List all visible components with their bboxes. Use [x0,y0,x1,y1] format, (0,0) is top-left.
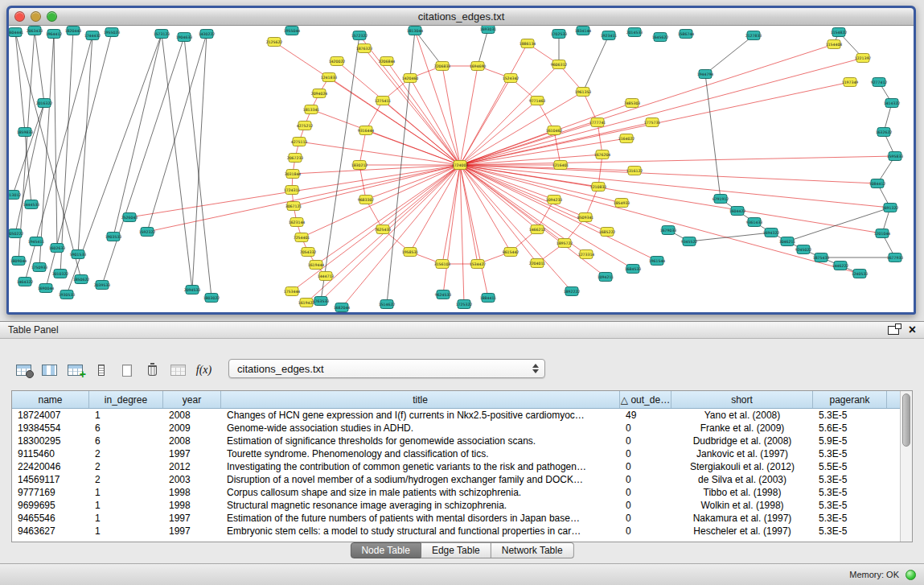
select-columns-button[interactable] [39,359,60,381]
import-table-button[interactable] [167,359,189,381]
graph-node-label: 1884411 [480,296,497,300]
graph-edge [15,32,25,132]
graph-edge [321,165,460,301]
graph-node-label: 1850622 [73,278,90,282]
table-row[interactable]: 1830029562008Estimation of significance … [12,435,900,447]
graph-node-label: 1592322 [139,230,156,234]
table-row[interactable]: 969969511998Structural magnetic resonanc… [12,499,900,512]
graph-node-label: 2014533 [626,31,643,35]
table-cell: 9115460 [12,447,89,460]
tab-node-table[interactable]: Node Table [350,542,421,558]
table-row[interactable]: 1938455462009Genome-wide association stu… [12,422,900,435]
table-cell: 5.3E-5 [813,486,887,499]
table-cell: 5.3E-5 [813,447,887,460]
function-builder-button[interactable]: f(x) [193,359,215,381]
graph-edge [787,208,890,241]
float-panel-button[interactable] [888,326,899,335]
table-cell: 1997 [163,447,221,460]
table-row[interactable]: 911546021997Tourette syndrome. Phenomeno… [12,447,900,460]
table-row[interactable]: 1872400712008Changes of HCN gene express… [12,409,900,422]
delete-table-button[interactable] [142,359,163,381]
graph-node-label: 1813341 [303,108,320,112]
column-header-out_degree[interactable]: △ out_de… [620,391,671,408]
column-header-pagerank[interactable]: pagerank [813,391,887,408]
graph-edge [460,156,895,165]
attribute-table: namein_degreeyeartitle△ out_de…shortpage… [11,390,913,542]
table-selector-value: citations_edges.txt [237,363,324,375]
graph-node-label: 1216401 [552,163,569,167]
table-cell: 0 [620,525,671,538]
table-scrollbar[interactable] [900,391,912,542]
graph-edge [274,42,460,165]
window-titlebar[interactable]: citations_edges.txt [9,8,914,26]
graph-edge [460,165,877,183]
graph-node-label: 1241833 [321,76,338,80]
graph-node-label: 2094024 [311,92,328,96]
graph-node-label: 1201044 [874,232,891,236]
tab-network-table[interactable]: Network Table [491,542,574,558]
column-header-title[interactable]: title [221,391,620,408]
table-cell: Estimation of significance thresholds fo… [221,435,620,447]
graph-node-label: 1886134 [519,42,536,46]
column-header-short[interactable]: short [671,391,813,408]
graph-node-label: 1691322 [882,206,899,210]
status-bar: Memory: OK [0,563,924,585]
table-settings-button[interactable] [13,359,35,381]
tab-edge-table[interactable]: Edge Table [421,542,491,558]
table-cell: Tourette syndrome. Phenomenology and cla… [221,447,620,460]
window-title: citations_edges.txt [418,10,505,23]
table-row[interactable]: 946362711997Embryonic stem cells: a mode… [12,525,900,538]
table-cell: 1 [89,512,163,525]
graph-node-label: 9345522 [681,240,698,244]
graph-node-label: 1602633 [49,246,66,250]
zoom-button[interactable] [47,11,57,22]
table-row[interactable]: 977716911998Corpus callosum shape and si… [12,486,900,499]
table-cell: 2012 [163,460,221,473]
create-column-button[interactable] [64,359,86,381]
minimize-button[interactable] [31,11,41,22]
graph-node-label: 1619444 [308,263,325,267]
graph-node-label: 1763533 [313,299,330,303]
column-header-name[interactable]: name [12,391,89,408]
graph-node-label: 1813012 [9,193,21,197]
table-cell: 9463627 [12,525,89,538]
graph-node-label: 9624533 [435,293,452,297]
column-header-in_degree[interactable]: in_degree [89,391,163,408]
table-row[interactable]: 2242004622012Investigating the contribut… [12,460,900,473]
table-cell: Dudbridge et al. (2008) [671,435,813,447]
close-button[interactable] [14,11,25,22]
table-selector-dropdown[interactable]: citations_edges.txt [228,359,545,378]
graph-node-label: 1694690 [470,64,487,68]
graph-node-label: 9771463 [529,99,546,103]
table-row[interactable]: 1456911722003Disruption of a novel membe… [12,473,900,486]
close-panel-button[interactable]: × [909,323,916,336]
table-cell: 22420046 [12,460,89,473]
graph-node-label: 1240533 [852,272,869,276]
table-cell: 2009 [163,422,221,435]
scrollbar-thumb[interactable] [902,393,910,447]
graph-node-label: 1677933 [887,256,904,260]
table-row[interactable]: 946554611997Estimation of the future num… [12,512,900,525]
table-body: 1872400712008Changes of HCN gene express… [12,409,900,538]
table-settings-icon [16,365,31,376]
create-column-icon [68,365,83,376]
table-cell: 0 [620,473,671,486]
graph-node-label: 1524342 [503,76,519,80]
graph-node-label: 1724311 [284,188,301,192]
graph-edge [337,61,460,165]
table-cell: Franke et al. (2009) [671,422,813,435]
table-cell: Corpus callosum shape and size in male p… [221,486,620,499]
graph-edge [15,103,44,233]
column-header-year[interactable]: year [163,391,221,408]
table-cell: 9465546 [12,512,89,525]
graph-edge [460,165,572,291]
new-table-button[interactable] [116,359,138,381]
graph-edge [359,130,366,165]
graph-node-label: 1854933 [614,201,630,205]
row-options-button[interactable] [90,359,112,381]
graph-node-label: 2206833 [434,64,451,68]
row-options-icon [98,365,105,376]
table-cell: 18300295 [12,435,89,447]
graph-edge [293,165,460,174]
network-canvas[interactable]: 1724007121640116104629771463152434216946… [9,26,914,312]
